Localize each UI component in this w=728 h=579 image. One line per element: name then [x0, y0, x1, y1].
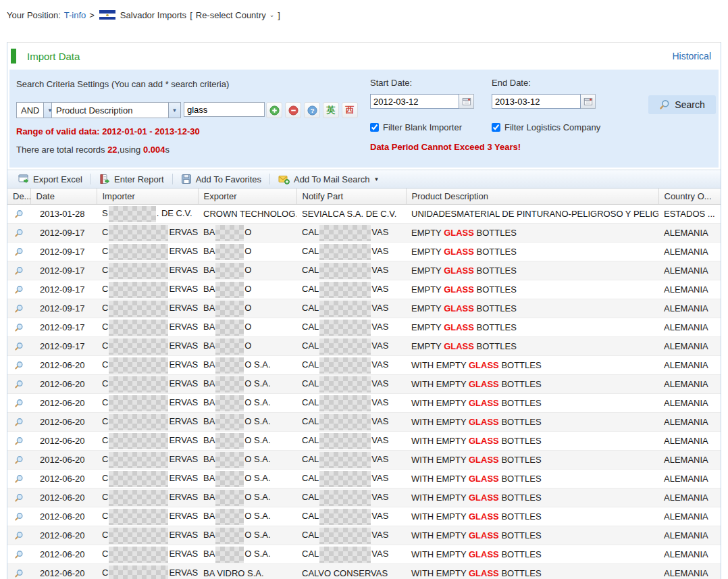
detail-button[interactable] [7, 394, 30, 413]
filter-logistics-checkbox[interactable] [492, 123, 500, 132]
boolean-operator-select[interactable]: AND ▼ [16, 102, 56, 118]
table-row[interactable]: 2012-06-20CERVASBAO S.A.CALVASWITH EMPTY… [7, 432, 721, 451]
table-row[interactable]: 2012-06-20CERVASBAO S.A.CALVASWITH EMPTY… [7, 488, 721, 507]
detail-button[interactable] [7, 545, 30, 564]
table-row[interactable]: 2012-09-17CERVASBAOCALVASEMPTY GLASS BOT… [7, 224, 721, 243]
table-row[interactable]: 2012-06-20CERVASBAO S.A.CALVASWITH EMPTY… [7, 507, 721, 526]
export-excel-label: Export Excel [33, 174, 82, 184]
detail-button[interactable] [7, 451, 30, 470]
cell-text: BA [203, 284, 215, 294]
product-text: BOTTLES [499, 493, 542, 503]
detail-magnifier-icon [14, 550, 24, 559]
censored-text-mosaic [215, 528, 244, 544]
table-row[interactable]: 2012-06-20CERVASBAO S.A.CALVASWITH EMPTY… [7, 394, 721, 413]
table-row[interactable]: 2012-09-17CERVASBAOCALVASEMPTY GLASS BOT… [7, 299, 721, 318]
table-row[interactable]: 2012-09-17CERVASBAOCALVASEMPTY GLASS BOT… [7, 337, 721, 356]
table-row[interactable]: 2012-06-20CERVASBA VIDRO S.A.CALVO CONSE… [7, 564, 721, 579]
historical-link[interactable]: Historical [672, 51, 711, 61]
chevron-down-icon[interactable]: ▼ [168, 103, 180, 118]
product-description-cell: EMPTY GLASS BOTTLES [406, 299, 658, 318]
table-row[interactable]: 2012-09-17CERVASBAOCALVASEMPTY GLASS BOT… [7, 243, 721, 261]
product-description-cell: EMPTY GLASS BOTTLES [406, 337, 658, 356]
breadcrumb-link-tinfo[interactable]: T-info [64, 10, 86, 20]
product-text: BOTTLES [474, 284, 517, 295]
product-text: WITH EMPTY [411, 417, 469, 427]
export-excel-button[interactable]: Export Excel [13, 172, 88, 186]
detail-button[interactable] [7, 470, 30, 488]
cell-text: C [102, 246, 108, 256]
detail-button[interactable] [7, 488, 30, 507]
table-row[interactable]: 2012-09-17CERVASBAOCALVASEMPTY GLASS BOT… [7, 261, 721, 280]
end-date-calendar-button[interactable] [581, 94, 596, 109]
detail-button[interactable] [7, 507, 30, 526]
table-row[interactable]: 2012-06-20CERVASBAO S.A.CALVASWITH EMPTY… [7, 526, 721, 545]
censored-text-mosaic [215, 376, 244, 393]
date-cell: 2012-06-20 [30, 451, 97, 470]
detail-button[interactable] [7, 299, 30, 318]
add-to-favorites-button[interactable]: Add To Favorites [176, 172, 267, 186]
detail-button[interactable] [7, 205, 30, 224]
detail-button[interactable] [7, 243, 30, 261]
import-data-table: De...DateImporterExporterNotify PartProd… [7, 188, 721, 579]
filter-blank-importer-checkbox[interactable] [370, 123, 379, 132]
exporter-cell: BAO S.A. [198, 451, 296, 470]
table-row[interactable]: 2012-06-20CERVASBAO S.A.CALVASWITH EMPTY… [7, 356, 721, 375]
filter-blank-importer-option[interactable]: Filter Blank Importer [370, 122, 462, 132]
search-field-select[interactable]: Product Description ▼ [51, 102, 181, 118]
detail-button[interactable] [7, 432, 30, 451]
table-row[interactable]: 2012-06-20CERVASBAO S.A.CALVASWITH EMPTY… [7, 470, 721, 488]
detail-button[interactable] [7, 375, 30, 394]
product-description-cell: EMPTY GLASS BOTTLES [406, 318, 658, 337]
product-text: BOTTLES [499, 511, 542, 522]
keyword-input[interactable] [184, 102, 265, 117]
chevron-down-icon[interactable]: ▼ [374, 176, 380, 182]
column-header-notify-part[interactable]: Notify Part [296, 188, 406, 205]
detail-button[interactable] [7, 318, 30, 337]
detail-button[interactable] [7, 526, 30, 545]
column-header-de[interactable]: De... [7, 188, 30, 205]
table-row[interactable]: 2012-06-20CERVASBAO S.A.CALVASWITH EMPTY… [7, 413, 721, 432]
column-header-exporter[interactable]: Exporter [198, 188, 296, 205]
enter-report-button[interactable]: Enter Report [94, 172, 170, 186]
end-date-input[interactable] [492, 94, 581, 109]
cell-text: ERVAS [169, 435, 198, 445]
green-accent-bar [11, 49, 16, 64]
table-row[interactable]: 2012-06-20CERVASBAO S.A.CALVASWITH EMPTY… [7, 375, 721, 394]
detail-button[interactable] [7, 413, 30, 432]
remove-criteria-button[interactable] [285, 102, 301, 118]
detail-button[interactable] [7, 224, 30, 243]
filter-logistics-option[interactable]: Filter Logistics Company [492, 122, 600, 132]
detail-button[interactable] [7, 564, 30, 579]
table-row[interactable]: 2012-06-20CERVASBAO S.A.CALVASWITH EMPTY… [7, 451, 721, 470]
table-row[interactable]: 2012-09-17CERVASBAOCALVASEMPTY GLASS BOT… [7, 318, 721, 337]
importer-cell: CERVAS [97, 470, 198, 488]
start-date-calendar-button[interactable] [459, 94, 474, 109]
add-to-mail-search-button[interactable]: Add To Mail Search ▼ [273, 172, 384, 186]
search-button[interactable]: Search [648, 95, 716, 114]
detail-button[interactable] [7, 261, 30, 280]
add-criteria-button[interactable] [266, 102, 282, 118]
translate-spanish-button[interactable]: 西 [342, 102, 358, 118]
detail-magnifier-icon [14, 569, 24, 578]
detail-button[interactable] [7, 280, 30, 299]
reselect-country-link[interactable]: Re-select Country [196, 10, 266, 20]
start-date-input[interactable] [370, 94, 459, 109]
censored-text-mosaic [215, 282, 244, 298]
translate-english-button[interactable]: 英 [323, 102, 339, 118]
table-row[interactable]: 2012-09-17CERVASBAOCALVASEMPTY GLASS BOT… [7, 280, 721, 299]
cell-text: ERVAS [169, 511, 198, 521]
column-header-date[interactable]: Date [30, 188, 97, 205]
column-header-importer[interactable]: Importer [97, 188, 198, 205]
cell-text: VAS [371, 473, 388, 483]
product-text: BOTTLES [474, 228, 517, 238]
column-header-product-description[interactable]: Product Description [406, 188, 658, 205]
table-row[interactable]: 2012-06-20CERVASBAO S.A.CALVASWITH EMPTY… [7, 545, 721, 564]
chevron-down-icon[interactable]: ⌄ [269, 11, 275, 18]
column-header-country-o[interactable]: Country O... [658, 188, 721, 205]
table-row[interactable]: 2013-01-28S. DE C.V.CROWN TECHNOLOG...SE… [7, 205, 721, 224]
help-button[interactable]: ? [304, 102, 320, 118]
detail-button[interactable] [7, 337, 30, 356]
table-header-row: De...DateImporterExporterNotify PartProd… [7, 188, 721, 205]
cell-text: VAS [371, 246, 388, 256]
detail-button[interactable] [7, 356, 30, 375]
